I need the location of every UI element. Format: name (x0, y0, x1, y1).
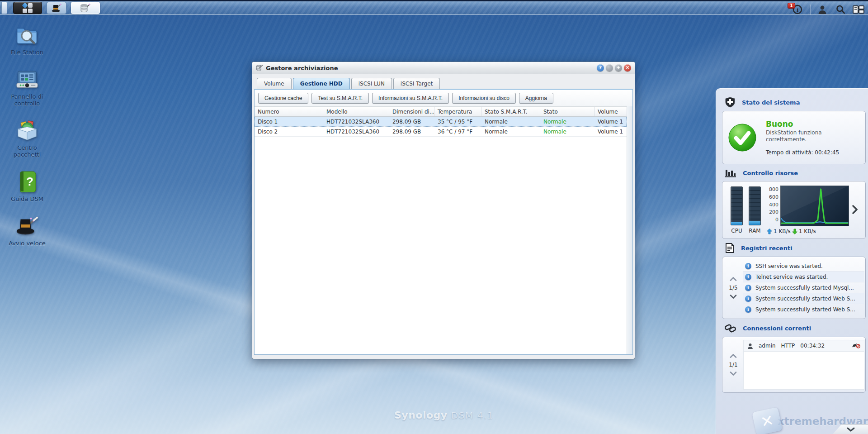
table-row-disco-2[interactable]: Disco 2 HDT721032SLA360 298.09 GB 36 °C … (255, 127, 627, 137)
disconnect-icon[interactable] (852, 342, 860, 350)
user-menu-button[interactable] (816, 4, 828, 15)
page-up-icon[interactable] (730, 277, 737, 281)
window-help-button[interactable]: ? (597, 64, 604, 72)
status-ok-icon (728, 123, 757, 152)
log-entry[interactable]: iSystem successfully started Web S... (743, 293, 864, 304)
desktop-icon-quick-start[interactable]: Avvio veloce (6, 215, 48, 247)
log-entry[interactable]: iSSH service was started. (743, 261, 864, 272)
connection-user: admin (759, 343, 776, 349)
info-icon: i (745, 274, 751, 280)
log-entry[interactable]: iTelnet service was started. (743, 272, 864, 282)
widget-title: Connessioni correnti (743, 325, 811, 332)
cache-management-button[interactable]: Gestione cache (258, 93, 308, 104)
system-status-description: DiskStation funziona correttamente. (766, 129, 834, 143)
disk-table: Numero Modello Dimensioni di... Temperat… (255, 106, 627, 354)
desktop-icon-file-station[interactable]: File Station (6, 24, 48, 56)
resource-monitor-next-button[interactable] (852, 205, 858, 215)
connections-header: Connessioni correnti (722, 319, 866, 337)
page-down-icon[interactable] (730, 295, 737, 299)
cpu-label: CPU (731, 228, 742, 234)
info-icon: i (745, 263, 751, 269)
window-maximize-button[interactable]: + (615, 64, 622, 72)
log-entry[interactable]: iSystem successfully started Web S... (743, 304, 864, 315)
network-legend: 1 KB/s 1 KB/s (767, 228, 849, 234)
tab-volume[interactable]: Volume (257, 78, 292, 89)
network-chart (780, 186, 849, 226)
page-up-icon[interactable] (730, 354, 737, 358)
user-icon (817, 5, 827, 14)
system-status-widget: Buono DiskStation funziona correttamente… (722, 111, 866, 164)
svg-text:?: ? (26, 175, 33, 188)
desktop-icon-control-panel[interactable]: Pannello di controllo (6, 68, 48, 107)
column-header-volume[interactable]: Volume (594, 107, 627, 116)
notifications-button[interactable]: i 1 (792, 4, 803, 15)
table-row-disco-1[interactable]: Disco 1 HDT721032SLA360 298.09 GB 35 °C … (255, 117, 627, 127)
uptime-label: Tempo di attività: 00:42:45 (766, 149, 839, 156)
pilot-view-button[interactable] (853, 4, 864, 15)
window-titlebar[interactable]: Gestore archiviazione ? + ✕ (252, 62, 635, 74)
status-normal: Normale (540, 117, 594, 126)
dsm-version: DSM 4.1 (451, 410, 494, 421)
hdd-toolbar: Gestione cache Test su S.M.A.R.T. Inform… (255, 90, 632, 106)
taskbar-app-quick-start[interactable] (47, 2, 66, 14)
column-header-numero[interactable]: Numero (255, 107, 323, 116)
main-menu-button[interactable] (13, 2, 42, 14)
desktop-icon-package-center[interactable]: Centro pacchetti (6, 119, 48, 158)
widget-title: Controllo risorse (743, 170, 798, 176)
dsm-branding: SynologyDSM 4.1 (394, 410, 494, 421)
table-scrollbar[interactable] (627, 106, 632, 354)
disk-info-button[interactable]: Informazioni su disco (452, 93, 516, 104)
desktop-icon-dsm-help[interactable]: ? Guida DSM (6, 170, 48, 202)
logs-pager: 1/5 (729, 285, 737, 291)
desktop-icons: File Station Pannello di controllo (6, 24, 48, 247)
user-icon (747, 343, 753, 349)
log-entry[interactable]: iSystem successfully started Mysql... (743, 282, 864, 293)
window-close-button[interactable]: ✕ (624, 64, 631, 72)
column-header-smart[interactable]: Stato S.M.A.R.T. (481, 107, 540, 116)
recent-logs-header: Registri recenti (722, 239, 866, 257)
tab-iscsi-lun[interactable]: iSCSI LUN (351, 78, 392, 89)
smart-info-button[interactable]: Informazioni su S.M.A.R.T. (372, 93, 449, 104)
refresh-button[interactable]: Aggiorna (519, 93, 553, 104)
resource-monitor-header: Controllo risorse (722, 164, 866, 181)
dsm-help-icon: ? (17, 171, 38, 192)
search-icon (835, 5, 845, 14)
disk-table-header: Numero Modello Dimensioni di... Temperat… (255, 106, 627, 117)
show-desktop-button[interactable] (1, 2, 7, 14)
page-down-icon[interactable] (730, 372, 737, 376)
control-panel-icon (15, 68, 39, 90)
tab-bar: Volume Gestione HDD iSCSI LUN iSCSI Targ… (254, 74, 633, 89)
tab-gestione-hdd[interactable]: Gestione HDD (293, 78, 350, 89)
hdd-panel: Gestione cache Test su S.M.A.R.T. Inform… (254, 89, 633, 355)
column-header-dimensioni[interactable]: Dimensioni di... (389, 107, 434, 116)
package-center-icon (15, 119, 39, 142)
desktop-icon-label: Guida DSM (11, 196, 43, 202)
column-header-temperatura[interactable]: Temperatura (434, 107, 481, 116)
synology-logo: Synology (394, 410, 448, 421)
column-header-stato[interactable]: Stato (540, 107, 594, 116)
tab-iscsi-target[interactable]: iSCSI Target (393, 78, 440, 89)
ram-label: RAM (749, 228, 760, 234)
info-icon: i (745, 296, 751, 302)
chevron-down-icon (847, 427, 855, 432)
desktop-icon-label: File Station (11, 49, 43, 56)
window-minimize-button[interactable] (606, 64, 613, 72)
notification-badge: 1 (788, 3, 795, 9)
desktop-icon-label: Pannello di controllo (6, 93, 48, 107)
search-button[interactable] (835, 4, 846, 15)
download-rate: 1 KB/s (799, 228, 816, 234)
connection-row[interactable]: admin HTTP 00:34:32 (744, 340, 864, 352)
main-menu-icon (23, 3, 33, 13)
taskbar-app-storage-manager[interactable] (71, 2, 100, 14)
window-title-icon (256, 64, 263, 72)
info-icon: i (745, 285, 751, 291)
column-header-modello[interactable]: Modello (323, 107, 389, 116)
recent-logs-widget: 1/5 iSSH service was started. iTelnet se… (722, 257, 866, 319)
system-status-header: Stato del sistema (722, 93, 866, 111)
upload-arrow-icon (767, 229, 772, 234)
svg-text:i: i (797, 6, 798, 13)
system-status-value: Buono (766, 119, 839, 129)
smart-test-button[interactable]: Test su S.M.A.R.T. (311, 93, 369, 104)
widget-title: Registri recenti (741, 245, 793, 252)
upload-rate: 1 KB/s (774, 228, 791, 234)
